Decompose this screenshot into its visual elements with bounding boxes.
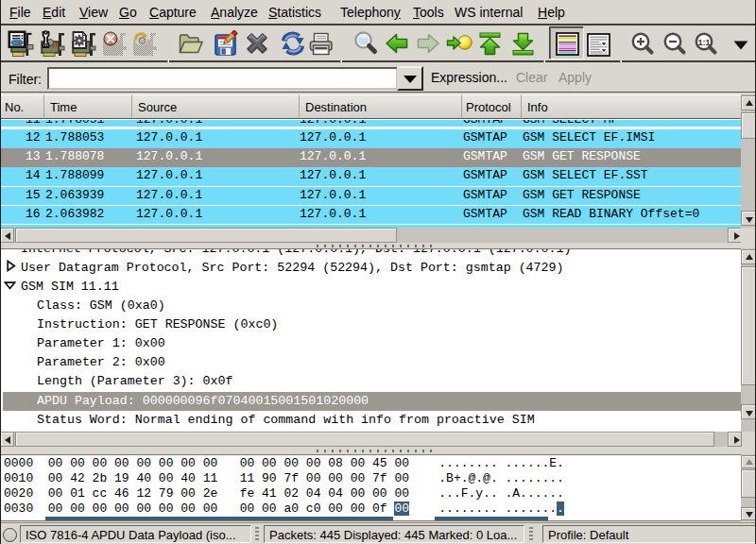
svg-text:1:1: 1:1	[697, 38, 710, 47]
